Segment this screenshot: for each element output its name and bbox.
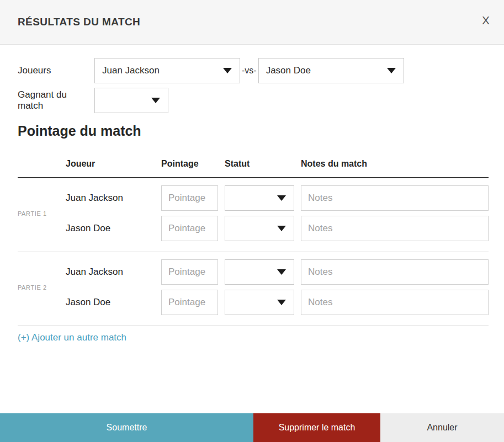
- player-name: Jason Doe: [66, 223, 161, 234]
- game-1-rows: Juan Jackson Jason Doe: [66, 185, 489, 241]
- game-1-label: PARTIE 1: [18, 210, 66, 217]
- table-row: Juan Jackson: [66, 185, 489, 211]
- status-select[interactable]: [225, 259, 294, 285]
- notes-input[interactable]: [301, 290, 489, 315]
- score-input[interactable]: [161, 185, 218, 211]
- submit-button[interactable]: Soumettre: [0, 413, 253, 442]
- chevron-down-icon: [277, 300, 286, 305]
- vs-label: -vs-: [242, 66, 257, 76]
- modal-content: Joueurs Juan Jackson -vs- Jason Doe Gagn…: [0, 58, 504, 343]
- modal-title: RÉSULTATS DU MATCH: [18, 16, 140, 28]
- column-score: Pointage: [161, 159, 225, 169]
- chevron-down-icon: [387, 68, 396, 73]
- winner-row: Gagnant du match: [18, 88, 489, 113]
- score-section-title: Pointage du match: [18, 123, 489, 139]
- players-row: Joueurs Juan Jackson -vs- Jason Doe: [18, 58, 489, 83]
- table-row: Jason Doe: [66, 216, 489, 241]
- chevron-down-icon: [277, 195, 286, 201]
- notes-input[interactable]: [301, 216, 489, 241]
- delete-match-button[interactable]: Supprimer le match: [253, 413, 380, 442]
- player2-select[interactable]: Jason Doe: [258, 58, 404, 83]
- score-table-header: Joueur Pointage Statut Notes du match: [18, 159, 489, 178]
- chevron-down-icon: [277, 226, 286, 231]
- chevron-down-icon: [277, 269, 286, 275]
- footer-actions: Soumettre Supprimer le match Annuler: [0, 413, 504, 442]
- notes-input[interactable]: [301, 259, 489, 285]
- column-player: Joueur: [66, 159, 161, 169]
- player-name: Juan Jackson: [66, 193, 161, 204]
- game-section-1: PARTIE 1 Juan Jackson Jason Doe: [18, 178, 489, 252]
- player-name: Jason Doe: [66, 297, 161, 308]
- score-input[interactable]: [161, 290, 218, 315]
- chevron-down-icon: [151, 98, 160, 103]
- player-name: Juan Jackson: [66, 267, 161, 278]
- column-status: Statut: [225, 159, 301, 169]
- players-label: Joueurs: [18, 65, 94, 76]
- column-notes: Notes du match: [301, 159, 489, 169]
- status-select[interactable]: [225, 290, 294, 315]
- winner-label: Gagnant du match: [18, 89, 94, 111]
- add-match-link[interactable]: (+) Ajouter un autre match: [18, 332, 126, 343]
- game-2-label: PARTIE 2: [18, 284, 66, 291]
- game-section-2: PARTIE 2 Juan Jackson Jason Doe: [18, 252, 489, 326]
- score-input[interactable]: [161, 259, 218, 285]
- cancel-button[interactable]: Annuler: [380, 413, 504, 442]
- status-select[interactable]: [225, 185, 294, 211]
- table-row: Juan Jackson: [66, 259, 489, 285]
- table-row: Jason Doe: [66, 290, 489, 315]
- winner-select[interactable]: [94, 88, 168, 113]
- score-input[interactable]: [161, 216, 218, 241]
- modal-header: RÉSULTATS DU MATCH X: [0, 0, 504, 45]
- status-select[interactable]: [225, 216, 294, 241]
- game-2-rows: Juan Jackson Jason Doe: [66, 259, 489, 315]
- player1-select-value: Juan Jackson: [102, 65, 160, 76]
- chevron-down-icon: [223, 68, 232, 73]
- match-results-modal: RÉSULTATS DU MATCH X Joueurs Juan Jackso…: [0, 0, 504, 343]
- close-icon[interactable]: X: [478, 12, 494, 29]
- player2-select-value: Jason Doe: [266, 65, 311, 76]
- player1-select[interactable]: Juan Jackson: [94, 58, 240, 83]
- notes-input[interactable]: [301, 185, 489, 211]
